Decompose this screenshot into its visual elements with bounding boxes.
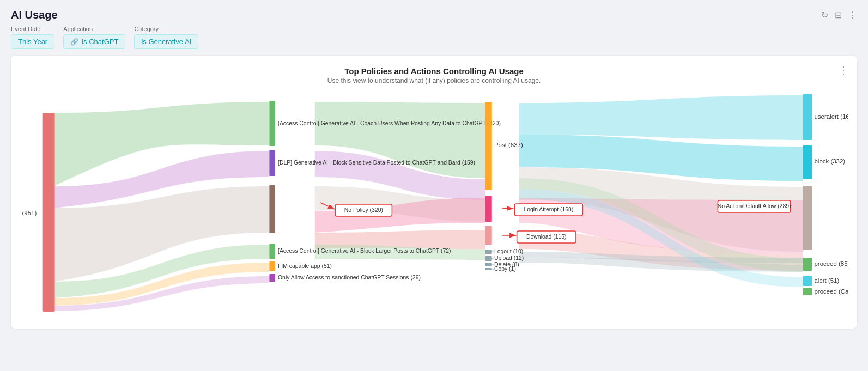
link-icon: 🔗 — [70, 38, 78, 46]
svg-text:Logout (10): Logout (10) — [494, 248, 523, 254]
svg-rect-16 — [485, 102, 492, 190]
chart-subtitle: Use this view to understand what (if any… — [20, 77, 848, 84]
application-chip[interactable]: 🔗 is ChatGPT — [63, 34, 125, 49]
svg-text:Post (637): Post (637) — [494, 142, 523, 148]
chart-card: Top Policies and Actions Controlling AI … — [11, 56, 857, 329]
svg-text:Download (115): Download (115) — [526, 234, 566, 240]
svg-rect-10 — [269, 244, 275, 259]
category-label: Category — [134, 26, 198, 32]
svg-rect-40 — [803, 145, 812, 179]
category-chip[interactable]: is Generative AI — [134, 34, 198, 49]
event-date-chip[interactable]: This Year — [11, 34, 54, 49]
page-title: AI Usage — [11, 9, 58, 21]
svg-rect-2 — [269, 101, 275, 146]
chart-card-menu-icon[interactable]: ⋮ — [839, 64, 848, 76]
svg-rect-6 — [269, 185, 275, 233]
filter-icon[interactable]: ⊟ — [835, 10, 842, 20]
svg-rect-42 — [803, 186, 812, 250]
svg-rect-1 — [43, 113, 55, 312]
refresh-icon[interactable]: ↻ — [821, 10, 828, 20]
svg-text:[Access Control] Generative AI: [Access Control] Generative AI - Coach U… — [278, 120, 501, 126]
svg-rect-4 — [269, 150, 275, 176]
filters-row: Event Date This Year Application 🔗 is Ch… — [11, 26, 857, 49]
svg-text:useralert (162): useralert (162) — [814, 113, 848, 120]
event-date-filter-group: Event Date This Year — [11, 26, 54, 49]
page-header: AI Usage ↻ ⊟ ⋮ — [11, 9, 857, 21]
category-filter-group: Category is Generative AI — [134, 26, 198, 49]
svg-text:Login Attempt (168): Login Attempt (168) — [524, 206, 574, 212]
sankey-chart: ChatGPT (951) [Access Control] Generativ… — [20, 91, 848, 320]
chart-title: Top Policies and Actions Controlling AI … — [20, 66, 848, 76]
header-icons: ↻ ⊟ ⋮ — [821, 10, 857, 20]
svg-text:proceed (Cached) (32): proceed (Cached) (32) — [814, 288, 848, 295]
svg-text:Only Allow Access to sanctione: Only Allow Access to sanctioned ChatGPT … — [278, 275, 421, 281]
svg-text:block (332): block (332) — [814, 158, 845, 165]
svg-rect-32 — [485, 263, 492, 266]
svg-text:No Action/Default Allow (289): No Action/Default Allow (289) — [718, 203, 791, 209]
application-filter-group: Application 🔗 is ChatGPT — [63, 26, 125, 49]
sankey-svg: ChatGPT (951) [Access Control] Generativ… — [20, 91, 848, 320]
svg-rect-38 — [803, 94, 812, 140]
svg-rect-35 — [485, 268, 492, 270]
svg-text:alert (51): alert (51) — [814, 277, 839, 284]
event-date-label: Event Date — [11, 26, 54, 32]
svg-rect-14 — [269, 274, 275, 282]
svg-rect-29 — [485, 256, 492, 261]
more-icon[interactable]: ⋮ — [848, 10, 857, 20]
svg-rect-50 — [803, 288, 812, 295]
svg-text:[Access Control] Generative AI: [Access Control] Generative AI - Block L… — [278, 248, 451, 254]
svg-text:[DLP] Generative AI - Block Se: [DLP] Generative AI - Block Sensitive Da… — [278, 160, 475, 166]
svg-rect-22 — [485, 226, 492, 245]
svg-rect-26 — [485, 250, 492, 254]
svg-text:Copy (1): Copy (1) — [494, 266, 516, 272]
chart-card-header: Top Policies and Actions Controlling AI … — [20, 66, 848, 84]
svg-text:FIM capable app (51): FIM capable app (51) — [278, 263, 332, 269]
svg-line-19 — [502, 208, 514, 209]
chatgpt-node-label: ChatGPT (951) — [20, 210, 37, 216]
svg-rect-48 — [803, 276, 812, 286]
svg-text:Upload (12): Upload (12) — [494, 255, 524, 261]
svg-rect-12 — [269, 261, 275, 271]
svg-text:proceed (85): proceed (85) — [814, 260, 848, 267]
application-label: Application — [63, 26, 125, 32]
svg-rect-18 — [485, 196, 492, 222]
svg-rect-46 — [803, 258, 812, 271]
svg-text:No Policy (320): No Policy (320) — [344, 207, 383, 213]
